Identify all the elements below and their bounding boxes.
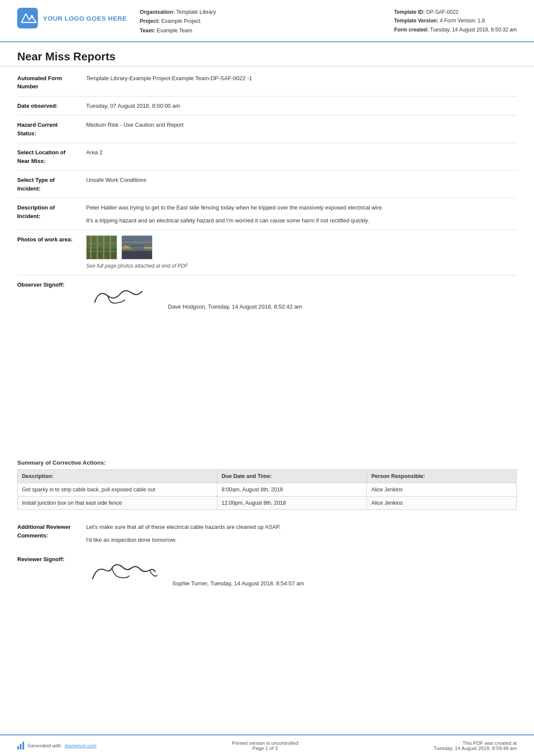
summary-section: Summary of Corrective Actions: Descripti… xyxy=(0,453,534,516)
field-automated-form-number: Automated Form Number Template Library-E… xyxy=(17,71,517,94)
template-id-line: Template ID: DP-SAF-0022 xyxy=(394,8,517,16)
field-value-description: Peter Hallier was trying to get to the E… xyxy=(86,203,517,225)
table-row: Get sparky in to strip cable back, pull … xyxy=(18,483,517,497)
field-label-description: Description of Incident: xyxy=(17,203,86,225)
generated-text: Generated with xyxy=(28,743,61,748)
field-label-type: Select Type of Incident: xyxy=(17,176,86,193)
form-created-line: Form created: Tuesday, 14 August 2018, 8… xyxy=(394,25,517,34)
field-observer-signoff: Observer Signoff: Dave Hodgson, Tuesday,… xyxy=(17,277,517,315)
summary-header-row: Description: Due Date and Time: Person R… xyxy=(18,470,517,483)
field-label-location: Select Location of Near Miss: xyxy=(17,148,86,165)
field-label-additional: Additional Reviewer Comments: xyxy=(17,523,86,544)
report-title: Near Miss Reports xyxy=(0,42,534,66)
field-label-hazard: Hazard Current Status: xyxy=(17,121,86,137)
cell-due-date: 12:00pm, August 8th, 2018 xyxy=(217,497,367,510)
col-description-header: Description: xyxy=(18,470,217,483)
field-value-photos: See full page photos attached at end of … xyxy=(86,235,517,270)
footer-left: Generated with dashpivot.com xyxy=(17,742,96,750)
footer: Generated with dashpivot.com Printed ver… xyxy=(0,734,534,756)
org-value: Template Library xyxy=(176,9,216,15)
col-person-header: Person Responsible: xyxy=(367,470,517,483)
observer-signature-image xyxy=(86,281,155,311)
team-value: Example Team xyxy=(157,28,192,34)
field-hazard-status: Hazard Current Status: Medium Risk - Use… xyxy=(17,117,517,141)
photo-thumb-2 xyxy=(121,235,152,259)
photos-container xyxy=(86,235,517,259)
reviewer-signature-info: Sophie Turner, Tuesday, 14 August 2018, … xyxy=(172,579,304,588)
footer-right: This PDF was created at Tuesday, 14 Augu… xyxy=(434,740,517,751)
field-value-date: Tuesday, 07 August 2018, 8:00:00 am xyxy=(86,102,517,110)
additional-section: Additional Reviewer Comments: Let's make… xyxy=(0,516,534,547)
field-date-observed: Date observed: Tuesday, 07 August 2018, … xyxy=(17,98,517,114)
additional-para2: I'd like an inspection done tomorrow. xyxy=(86,536,517,544)
project-value: Example Project xyxy=(161,18,201,24)
footer-center: Printed version is uncontrolled Page 1 o… xyxy=(232,740,298,751)
col-due-date-header: Due Date and Time: xyxy=(217,470,367,483)
form-version-label: Form Version: xyxy=(444,18,478,24)
summary-table-body: Get sparky in to strip cable back, pull … xyxy=(18,483,517,510)
observer-signature-area: Dave Hodgson, Tuesday, 14 August 2018, 8… xyxy=(86,281,517,311)
org-line: Organisation: Template Library xyxy=(140,8,394,17)
form-created-label: Form created: xyxy=(394,27,428,33)
spacer xyxy=(0,600,534,734)
summary-table-head: Description: Due Date and Time: Person R… xyxy=(18,470,517,483)
footer-center-line2: Page 1 of 3 xyxy=(232,746,298,751)
field-label-observer: Observer Signoff: xyxy=(17,281,86,311)
field-description: Description of Incident: Peter Hallier w… xyxy=(17,200,517,228)
logo-area: YOUR LOGO GOES HERE xyxy=(17,8,127,28)
field-value-automated: Template Library-Example Project-Example… xyxy=(86,74,517,91)
description-para2: It's a tripping hazard and an electrical… xyxy=(86,216,517,225)
field-value-reviewer: Sophie Turner, Tuesday, 14 August 2018, … xyxy=(86,555,517,588)
footer-right-line2: Tuesday, 14 August 2018, 8:59:48 am xyxy=(434,746,517,751)
page: YOUR LOGO GOES HERE Organisation: Templa… xyxy=(0,0,534,756)
cell-person: Alice Jenkins xyxy=(367,497,517,510)
field-incident-type: Select Type of Incident: Unsafe Work Con… xyxy=(17,172,517,196)
field-label-reviewer: Reviewer Signoff: xyxy=(17,555,86,588)
table-row: Install junction box on that east side f… xyxy=(18,497,517,510)
project-label: Project: xyxy=(140,18,160,24)
template-version-label: Template Version: xyxy=(394,18,438,24)
team-label: Team: xyxy=(140,28,155,34)
field-reviewer: Reviewer Signoff: Sophie Turner, Tuesday… xyxy=(17,552,517,591)
observer-signature-info: Dave Hodgson, Tuesday, 14 August 2018, 8… xyxy=(168,303,302,311)
photo-thumb-1 xyxy=(86,235,117,259)
field-value-additional: Let's make sure that all of these electr… xyxy=(86,523,517,544)
cell-description: Install junction box on that east side f… xyxy=(18,497,217,510)
field-photos: Photos of work area: xyxy=(17,232,517,273)
field-label-date: Date observed: xyxy=(17,102,86,110)
svg-rect-14 xyxy=(130,244,144,251)
cell-due-date: 8:00am, August 8th, 2018 xyxy=(217,483,367,497)
svg-rect-11 xyxy=(122,251,152,259)
field-additional: Additional Reviewer Comments: Let's make… xyxy=(17,519,517,547)
header: YOUR LOGO GOES HERE Organisation: Templa… xyxy=(0,0,534,42)
template-version-value: 4 xyxy=(440,18,443,24)
summary-title: Summary of Corrective Actions: xyxy=(17,459,517,466)
main-content: Automated Form Number Template Library-E… xyxy=(0,66,534,453)
template-version-line: Template Version: 4 Form Version: 1.8 xyxy=(394,16,517,25)
field-value-location: Area 2 xyxy=(86,148,517,165)
reviewer-signature-image xyxy=(86,555,159,588)
logo-icon xyxy=(17,8,38,28)
header-mid: Organisation: Template Library Project: … xyxy=(140,8,394,35)
logo-text: YOUR LOGO GOES HERE xyxy=(43,15,127,22)
org-label: Organisation: xyxy=(140,9,175,15)
svg-rect-0 xyxy=(17,8,38,28)
footer-right-line1: This PDF was created at xyxy=(434,740,517,746)
field-value-hazard: Medium Risk - Use Caution and Report xyxy=(86,121,517,137)
description-para1: Peter Hallier was trying to get to the E… xyxy=(86,203,517,212)
dashpivot-link[interactable]: dashpivot.com xyxy=(65,743,96,748)
project-line: Project: Example Project xyxy=(140,17,394,26)
form-created-value: Tuesday, 14 August 2018, 8:50:32 am xyxy=(430,27,517,33)
reviewer-section: Reviewer Signoff: Sophie Turner, Tuesday… xyxy=(0,547,534,600)
footer-center-line1: Printed version is uncontrolled xyxy=(232,740,298,746)
cell-description: Get sparky in to strip cable back, pull … xyxy=(18,483,217,497)
header-right: Template ID: DP-SAF-0022 Template Versio… xyxy=(394,8,517,34)
photo-caption: See full page photos attached at end of … xyxy=(86,262,517,270)
team-line: Team: Example Team xyxy=(140,26,394,35)
reviewer-signature-area: Sophie Turner, Tuesday, 14 August 2018, … xyxy=(86,555,517,588)
template-id-label: Template ID: xyxy=(394,9,425,15)
svg-point-1 xyxy=(31,15,33,18)
cell-person: Alice Jenkins xyxy=(367,483,517,497)
field-label-automated: Automated Form Number xyxy=(17,74,86,91)
summary-table: Description: Due Date and Time: Person R… xyxy=(17,469,517,510)
